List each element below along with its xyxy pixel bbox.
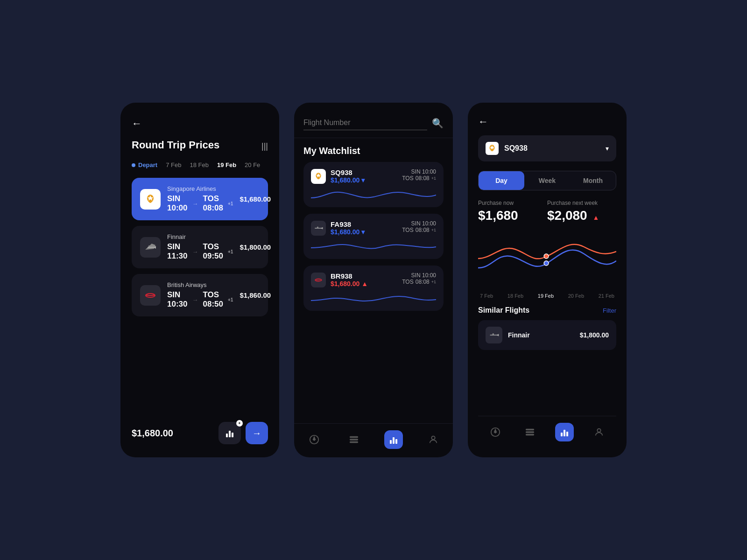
svg-point-26 xyxy=(597,429,600,432)
next-button[interactable]: → xyxy=(246,422,268,444)
svg-rect-20 xyxy=(493,334,494,335)
svg-point-16 xyxy=(544,261,549,266)
price-next-value: $2,080 ▲ xyxy=(547,208,616,223)
date-7feb: 7 Feb xyxy=(480,293,493,299)
filter-link[interactable]: Filter xyxy=(603,307,616,314)
nav-compass-s2[interactable] xyxy=(305,430,324,449)
svg-rect-13 xyxy=(350,439,358,440)
price-chart xyxy=(478,231,616,287)
singapore-flight-times: SIN 10:00 → TOS 08:08 +1 xyxy=(167,194,233,213)
date-tab-7feb[interactable]: 7 Feb xyxy=(166,161,181,168)
svg-marker-19 xyxy=(496,334,499,336)
similar-header: Similar Flights Filter xyxy=(478,306,616,315)
br938-to: TOS 08:08 +1 xyxy=(402,279,436,285)
back-button[interactable]: ← xyxy=(132,118,142,130)
period-tabs: Day Week Month xyxy=(478,171,616,190)
date-21feb: 21 Feb xyxy=(599,293,614,299)
fa938-airline-icon xyxy=(311,221,326,236)
back-button-s3[interactable]: ← xyxy=(478,116,488,128)
date-tab-20feb[interactable]: 20 Fe xyxy=(245,161,260,168)
svg-marker-6 xyxy=(321,227,323,229)
date-tab-18feb[interactable]: 18 Feb xyxy=(190,161,208,168)
nav-menu-s3[interactable] xyxy=(521,423,539,441)
wc-top-sq938: SQ938 $1,680.00 ▾ SIN 10:00 TOS 08:0 xyxy=(311,168,436,184)
watchlist-card-br938[interactable]: BR938 $1,680.00 ▲ SIN 10:00 TOS 08:0 xyxy=(303,266,444,311)
chart-button[interactable]: + xyxy=(218,422,241,444)
nav-barchart-s2[interactable] xyxy=(384,430,403,449)
flight-selector-logo xyxy=(486,142,499,155)
date-18feb: 18 Feb xyxy=(507,293,523,299)
search-header: 🔍 xyxy=(294,103,453,138)
wc-left-br938: BR938 $1,680.00 ▲ xyxy=(311,272,368,287)
search-input[interactable] xyxy=(303,119,427,127)
page-title: Round Trip Prices xyxy=(132,139,219,151)
fa938-number: FA938 xyxy=(331,220,365,228)
finnair-similar-price: $1,800.00 xyxy=(580,331,609,339)
watchlist-card-fa938[interactable]: FA938 $1,680.00 ▾ SIN 10:00 TOS 08:0 xyxy=(303,214,444,259)
nav-compass-s3[interactable] xyxy=(486,423,505,441)
tab-week[interactable]: Week xyxy=(524,171,570,190)
tab-day[interactable]: Day xyxy=(479,171,524,190)
date-tab-19feb[interactable]: 19 Feb xyxy=(217,161,236,168)
bottom-nav-screen2 xyxy=(294,423,453,457)
svg-marker-11 xyxy=(313,437,315,441)
date-19feb: 19 Feb xyxy=(538,293,554,299)
search-icon[interactable]: 🔍 xyxy=(432,118,444,129)
nav-menu-s2[interactable] xyxy=(345,430,363,449)
sq938-number: SQ938 xyxy=(331,168,365,176)
nav-user-s2[interactable] xyxy=(424,430,443,449)
svg-rect-2 xyxy=(148,245,150,247)
finnair-flight-times: SIN 11:30 → TOS 09:50 +1 xyxy=(167,242,233,261)
svg-rect-18 xyxy=(490,335,497,336)
wc-top-br938: BR938 $1,680.00 ▲ SIN 10:00 TOS 08:0 xyxy=(311,272,436,287)
fa938-to: TOS 08:08 +1 xyxy=(402,227,436,233)
singapore-price: $1,680.00 xyxy=(240,195,271,203)
watchlist-title: My Watchlist xyxy=(294,138,453,162)
flight-selector[interactable]: SQ938 ▾ xyxy=(478,135,616,161)
br938-route: SIN 10:00 TOS 08:08 +1 xyxy=(402,272,436,285)
nav-user-s3[interactable] xyxy=(590,423,608,441)
nav-barchart-s3[interactable] xyxy=(555,423,574,441)
screen-watchlist: 🔍 My Watchlist SQ938 xyxy=(294,103,453,457)
date-20feb: 20 Feb xyxy=(568,293,584,299)
finnair-price-col: $1,800.00 xyxy=(240,243,271,251)
depart-label: Depart xyxy=(132,161,157,168)
tab-month[interactable]: Month xyxy=(570,171,616,190)
svg-rect-25 xyxy=(526,434,534,435)
flight-card-finnair[interactable]: Finnair SIN 11:30 → TOS 09:50 +1 $1,800.… xyxy=(132,226,268,268)
sq938-airline-icon xyxy=(311,169,326,184)
footer-actions: + → xyxy=(218,422,268,444)
svg-point-15 xyxy=(431,436,435,440)
flight-card-singapore[interactable]: Singapore Airlines SIN 10:00 → TOS 08:08… xyxy=(132,178,268,220)
singapore-airlines-logo xyxy=(140,189,161,210)
british-airways-logo xyxy=(140,285,161,306)
br938-price: $1,680.00 ▲ xyxy=(331,280,368,287)
br938-from: SIN 10:00 xyxy=(402,272,436,279)
airline-name-british: British Airways xyxy=(167,281,233,288)
svg-marker-22 xyxy=(494,430,497,433)
svg-rect-14 xyxy=(350,442,358,443)
bar-chart-nav-icon-s3 xyxy=(561,428,568,436)
filter-icon[interactable]: ||| xyxy=(261,141,268,151)
finnair-price: $1,800.00 xyxy=(240,243,271,251)
sq938-wave xyxy=(311,187,436,203)
screen-round-trip: ← Round Trip Prices ||| Depart 7 Feb 18 … xyxy=(120,103,279,457)
airline-name-finnair: Finnair xyxy=(167,233,233,240)
finnair-similar-name: Finnair xyxy=(508,331,530,339)
purchase-now-label: Purchase now xyxy=(478,200,547,206)
similar-flights-title: Similar Flights xyxy=(478,306,529,315)
svg-rect-5 xyxy=(315,228,321,229)
fa938-route: SIN 10:00 TOS 08:08 +1 xyxy=(402,220,436,233)
similar-flight-finnair[interactable]: Finnair $1,800.00 xyxy=(478,320,616,350)
watchlist-card-sq938[interactable]: SQ938 $1,680.00 ▾ SIN 10:00 TOS 08:0 xyxy=(303,162,444,207)
purchase-next-label: Purchase next week xyxy=(547,200,616,206)
screen1-footer: $1,680.00 + → xyxy=(132,414,268,444)
dropdown-arrow-icon[interactable]: ▾ xyxy=(606,145,609,152)
search-input-wrapper xyxy=(303,116,427,130)
british-price-col: $1,860.00 xyxy=(240,291,271,299)
title-row: Round Trip Prices ||| xyxy=(132,139,268,153)
flight-card-british[interactable]: British Airways SIN 10:30 → TOS 08:50 +1… xyxy=(132,274,268,316)
price-now-col: Purchase now $1,680 xyxy=(478,200,547,223)
finnair-flight-info: Finnair SIN 11:30 → TOS 09:50 +1 xyxy=(167,233,233,261)
singapore-flight-info: Singapore Airlines SIN 10:00 → TOS 08:08… xyxy=(167,185,233,213)
